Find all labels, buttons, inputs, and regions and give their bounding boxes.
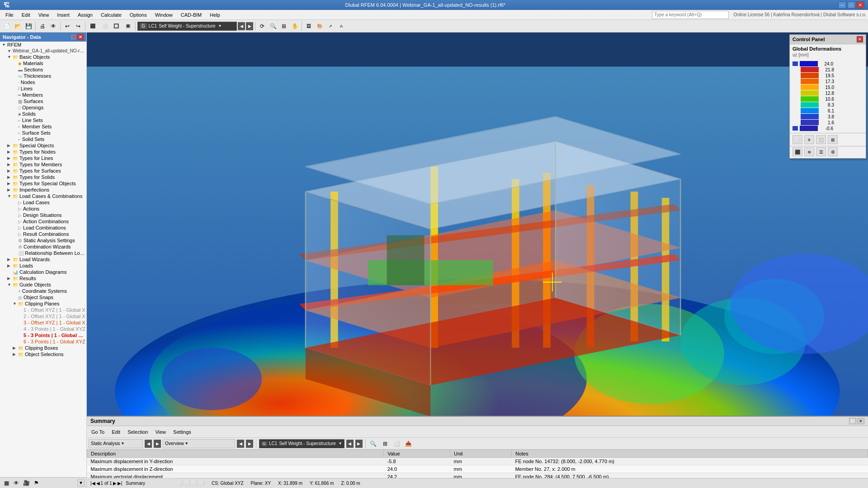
zoom-button[interactable]: 🔍 bbox=[268, 21, 278, 31]
nav-item-object-snaps[interactable]: ◎ Object Snaps bbox=[0, 294, 86, 300]
nav-item-types-for-nodes[interactable]: ▶ 📁 Types for Nodes bbox=[0, 149, 86, 155]
nav-item-results[interactable]: ▶ 📁 Results bbox=[0, 275, 86, 282]
lc-prev-button[interactable]: ◀ bbox=[238, 22, 245, 30]
deform-button[interactable]: ↗ bbox=[326, 21, 335, 31]
view-front-button[interactable]: 🔲 bbox=[111, 21, 122, 31]
nav-scroll-down-button[interactable]: ▼ bbox=[77, 479, 85, 487]
new-button[interactable]: 📄 bbox=[2, 21, 12, 31]
color-button[interactable]: 🎨 bbox=[315, 21, 325, 31]
menu-file[interactable]: File bbox=[2, 11, 17, 19]
nav-item-types-for-surfaces[interactable]: ▶ 📁 Types for Surfaces bbox=[0, 168, 86, 174]
cp-icon-list[interactable]: ≡ bbox=[804, 135, 814, 144]
undo-button[interactable]: ↩ bbox=[62, 21, 72, 31]
menu-options[interactable]: Options bbox=[126, 11, 151, 19]
view-wire-button[interactable]: ⬜ bbox=[99, 21, 110, 31]
nav-item-clip1[interactable]: 1 - Offset XYZ | 1 - Global X bbox=[0, 307, 86, 313]
cp-icon-grid[interactable]: ⬚ bbox=[816, 135, 826, 144]
analysis-type-selector[interactable]: Static Analysis ▼ bbox=[89, 439, 143, 448]
cp-icon-settings[interactable]: ⊞ bbox=[828, 135, 838, 144]
menu-calculate[interactable]: Calculate bbox=[97, 11, 125, 19]
nav-item-guide-objects[interactable]: ▼ 📁 Guide Objects bbox=[0, 282, 86, 288]
nav-btn-flag[interactable]: ⚑ bbox=[32, 479, 41, 487]
nav-item-object-selections[interactable]: ▶ 📁 Object Selections bbox=[0, 351, 86, 357]
redo-button[interactable]: ↪ bbox=[73, 21, 83, 31]
nav-item-load-cases[interactable]: ▷ Load Cases bbox=[0, 199, 86, 206]
nav-item-member-sets[interactable]: ⌐ Member Sets bbox=[0, 123, 86, 130]
nav-item-actions[interactable]: ▷ Actions bbox=[0, 206, 86, 212]
nav-item-types-for-lines[interactable]: ▶ 📁 Types for Lines bbox=[0, 155, 86, 161]
nav-item-combination-wizards[interactable]: ⚙ Combination Wizards bbox=[0, 244, 86, 250]
menu-insert[interactable]: Insert bbox=[53, 11, 73, 19]
zoom-fit-button[interactable]: ⊞ bbox=[279, 21, 289, 31]
page-next-button[interactable]: ▶ bbox=[113, 481, 117, 486]
bp-lc-selector[interactable]: G LC1 Self Weight - Superstructure ▼ bbox=[259, 439, 344, 448]
nav-item-solids[interactable]: ■ Solids bbox=[0, 111, 86, 117]
nav-item-thicknesses[interactable]: ▭ Thicknesses bbox=[0, 73, 86, 79]
view-side-button[interactable]: 🔳 bbox=[123, 21, 133, 31]
nav-item-special-objects[interactable]: ▶ 📁 Special Objects bbox=[0, 142, 86, 149]
nav-item-clip4[interactable]: 4 - 3 Points | 1 - Global XYZ bbox=[0, 326, 86, 332]
cp-icon-2[interactable]: ≋ bbox=[804, 147, 814, 156]
rotate-button[interactable]: ⟳ bbox=[257, 21, 267, 31]
bp-overview-next-button[interactable]: ▶ bbox=[246, 440, 253, 448]
bp-overview-selector[interactable]: Overview ▼ bbox=[163, 439, 235, 448]
menu-assign[interactable]: Assign bbox=[74, 11, 96, 19]
bp-selection[interactable]: Selection bbox=[125, 429, 151, 435]
open-button[interactable]: 📂 bbox=[13, 21, 23, 31]
menu-edit[interactable]: Edit bbox=[18, 11, 34, 19]
bp-view[interactable]: View bbox=[152, 429, 169, 435]
nav-close-button[interactable]: ✕ bbox=[77, 34, 84, 40]
search-input[interactable] bbox=[652, 11, 729, 19]
cp-icon-table[interactable]: ⬜ bbox=[793, 135, 802, 144]
table-row[interactable]: Maximum vectorial displacement24.2mmFE n… bbox=[87, 473, 868, 479]
nav-item-solid-sets[interactable]: ⌐ Solid Sets bbox=[0, 136, 86, 142]
status-icon-3[interactable]: ⬜ bbox=[192, 481, 197, 486]
render-button[interactable]: 🖼 bbox=[304, 21, 314, 31]
cp-icon-3[interactable]: ☰ bbox=[816, 147, 826, 156]
nav-item-load-combinations[interactable]: ▷ Load Combinations bbox=[0, 225, 86, 231]
nav-item-openings[interactable]: □ Openings bbox=[0, 104, 86, 111]
nav-item-project[interactable]: ▼ Webinar_GA-1_all-updated_NO-resul bbox=[0, 48, 86, 54]
nav-item-surface-sets[interactable]: ⌐ Surface Sets bbox=[0, 130, 86, 136]
nav-item-types-for-solids[interactable]: ▶ 📁 Types for Solids bbox=[0, 174, 86, 180]
menu-cad-bim[interactable]: CAD-BIM bbox=[177, 11, 205, 19]
nav-item-sections[interactable]: ▬ Sections bbox=[0, 66, 86, 73]
menu-view[interactable]: View bbox=[35, 11, 53, 19]
minimize-button[interactable]: ─ bbox=[838, 1, 846, 9]
menu-help[interactable]: Help bbox=[206, 11, 224, 19]
nav-item-clipping-planes[interactable]: ▼ 📁 Clipping Planes bbox=[0, 300, 86, 307]
nav-item-rfem[interactable]: ▼ RFEM bbox=[0, 42, 86, 48]
page-prev-button[interactable]: ◀ bbox=[96, 481, 100, 486]
status-icon-4[interactable]: ⬜ bbox=[199, 481, 204, 486]
nav-item-lines[interactable]: / Lines bbox=[0, 85, 86, 92]
nav-item-clip3[interactable]: 3 - Offset XYZ | 1 - Global X bbox=[0, 319, 86, 326]
bp-export-icon[interactable]: 📤 bbox=[404, 439, 414, 449]
pan-button[interactable]: ✋ bbox=[290, 21, 300, 31]
nav-btn-eye[interactable]: 👁 bbox=[12, 479, 21, 487]
maximize-button[interactable]: □ bbox=[847, 1, 855, 9]
bp-lc2-next-button[interactable]: ▶ bbox=[355, 440, 363, 448]
nav-item-members[interactable]: ━ Members bbox=[0, 92, 86, 98]
save-button[interactable]: 💾 bbox=[24, 21, 33, 31]
menu-window[interactable]: Window bbox=[151, 11, 176, 19]
bp-close-button[interactable]: ✕ bbox=[857, 418, 864, 424]
status-icon-1[interactable]: ⬜ bbox=[177, 481, 183, 486]
table-row[interactable]: Maximum displacement in Y-direction-5.8m… bbox=[87, 458, 868, 465]
nav-item-load-cases-combinations[interactable]: ▼ 📁 Load Cases & Combinations bbox=[0, 193, 86, 199]
nav-item-clip2[interactable]: 2 - Offset XYZ | 1 - Global X bbox=[0, 313, 86, 319]
nav-btn-table[interactable]: ▦ bbox=[2, 479, 11, 487]
nav-item-calculation-diagrams[interactable]: 📊 Calculation Diagrams bbox=[0, 269, 86, 275]
table-row[interactable]: Maximum displacement in Z-direction24.0m… bbox=[87, 465, 868, 473]
nav-item-relationship-between-load[interactable]: ⬜ Relationship Between Load C bbox=[0, 250, 86, 256]
bp-lc-prev-button[interactable]: ◀ bbox=[145, 440, 152, 448]
nav-item-materials[interactable]: ◆ Materials bbox=[0, 60, 86, 66]
bp-column-icon[interactable]: ⬜ bbox=[392, 439, 402, 449]
status-icon-2[interactable]: ⬜ bbox=[184, 481, 190, 486]
print-button[interactable]: 🖨 bbox=[38, 21, 47, 31]
nav-item-clip6[interactable]: 6 - 3 Points | 1 - Global XYZ bbox=[0, 338, 86, 345]
bp-expand-button[interactable]: ⬜ bbox=[849, 418, 856, 424]
nav-item-loads[interactable]: ▶ 📁 Loads bbox=[0, 263, 86, 269]
nav-item-imperfections[interactable]: ▶ 📁 Imperfections bbox=[0, 187, 86, 193]
bp-settings[interactable]: Settings bbox=[170, 429, 194, 435]
nav-pin-button[interactable]: 📌 bbox=[70, 34, 76, 40]
